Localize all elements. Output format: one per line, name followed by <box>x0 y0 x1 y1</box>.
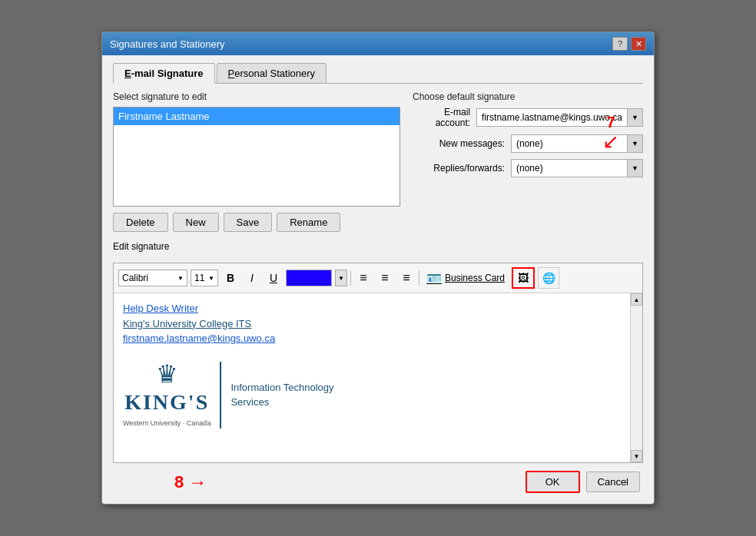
title-bar: Signatures and Stationery ? ✕ <box>102 32 654 55</box>
select-sig-label: Select signature to edit <box>113 91 400 102</box>
replies-forwards-row: Replies/forwards: (none) ▼ 7 ↙ <box>413 159 643 177</box>
picture-icon: 🖼 <box>518 272 529 284</box>
close-button[interactable]: ✕ <box>631 37 646 51</box>
font-color-arrow[interactable]: ▼ <box>335 270 347 286</box>
font-name-dropdown[interactable]: Calibri ▼ <box>118 270 187 286</box>
new-messages-arrow[interactable]: ▼ <box>627 135 642 152</box>
editor-toolbar: Calibri ▼ 11 ▼ B I U ▼ ≡ ≡ ≡ <box>114 263 642 293</box>
save-button[interactable]: Save <box>224 213 273 232</box>
scroll-up-button[interactable]: ▲ <box>631 293 642 306</box>
new-messages-row: New messages: (none) ▼ <box>413 134 643 153</box>
kings-logo: ♛ KING'S Western University · Canada Inf… <box>123 362 621 429</box>
kings-logo-right: Information TechnologyServices <box>221 380 333 410</box>
tab-email-signature[interactable]: E-mail Signature <box>113 63 215 84</box>
scroll-down-button[interactable]: ▼ <box>631 450 642 462</box>
dialog-title: Signatures and Stationery <box>110 38 225 50</box>
action-button-row: Delete New Save Rename <box>113 213 400 232</box>
insert-hyperlink-button[interactable]: 🌐 <box>538 267 559 289</box>
rename-button[interactable]: Rename <box>277 213 340 232</box>
italic-button[interactable]: I <box>243 270 261 286</box>
business-card-icon: 🪪 <box>426 271 442 286</box>
annotation-8: 8 → <box>174 471 207 493</box>
right-panel: Choose default signature E-mail account:… <box>413 91 643 232</box>
toolbar-separator2 <box>419 270 419 286</box>
email-account-row: E-mail account: firstname.lastname@kings… <box>413 107 643 128</box>
delete-button[interactable]: Delete <box>113 213 168 232</box>
signature-list[interactable]: Firstname Lastname <box>113 107 400 207</box>
dialog-body: E-mail Signature Personal Stationery Sel… <box>102 55 654 504</box>
email-account-value: firstname.lastname@kings.uwo.ca <box>477 111 627 124</box>
editor-area-wrapper: Help Desk Writer King's University Colle… <box>114 293 642 462</box>
kings-logo-subtitle: Western University · Canada <box>123 419 211 429</box>
signature-editor[interactable]: Help Desk Writer King's University Colle… <box>114 293 630 462</box>
replies-forwards-arrow[interactable]: ▼ 7 ↙ <box>627 160 642 177</box>
email-account-dropdown[interactable]: firstname.lastname@kings.uwo.ca ▼ <box>476 108 643 127</box>
list-item[interactable]: Firstname Lastname <box>114 108 400 125</box>
email-account-label: E-mail account: <box>413 107 470 128</box>
replies-forwards-label: Replies/forwards: <box>413 163 505 174</box>
kings-logo-left: ♛ KING'S Western University · Canada <box>123 362 221 429</box>
toolbar-separator <box>350 270 351 286</box>
align-center-button[interactable]: ≡ <box>376 270 394 286</box>
footer-row: 8 → OK Cancel <box>113 463 643 493</box>
ok-button[interactable]: OK <box>526 471 580 493</box>
business-card-button[interactable]: 🪪 Business Card <box>423 269 509 288</box>
new-button[interactable]: New <box>173 213 219 232</box>
editor-line3: firstname.lastname@kings.uwo.ca <box>123 331 621 346</box>
choose-default-label: Choose default signature <box>413 91 643 102</box>
font-color-box[interactable] <box>286 270 332 286</box>
editor-line2: King's University College ITS <box>123 316 621 332</box>
help-button[interactable]: ? <box>612 37 628 51</box>
new-messages-dropdown[interactable]: (none) ▼ <box>511 134 643 153</box>
edit-sig-label: Edit signature <box>113 241 643 252</box>
title-bar-controls: ? ✕ <box>612 37 646 51</box>
insert-picture-button[interactable]: 🖼 <box>512 267 535 289</box>
kings-logo-text: KING'S <box>124 386 209 419</box>
signatures-stationery-dialog: Signatures and Stationery ? ✕ E-mail Sig… <box>101 31 655 505</box>
hyperlink-icon: 🌐 <box>542 272 555 284</box>
main-content: Select signature to edit Firstname Lastn… <box>113 91 643 232</box>
replies-forwards-value: (none) <box>512 161 627 175</box>
tab-bar: E-mail Signature Personal Stationery <box>113 63 643 84</box>
tab-personal-stationery[interactable]: Personal Stationery <box>217 63 327 83</box>
edit-signature-section: Edit signature Calibri ▼ 11 ▼ B I U <box>113 241 643 463</box>
new-messages-label: New messages: <box>413 138 505 149</box>
edit-signature-editor: Calibri ▼ 11 ▼ B I U ▼ ≡ ≡ ≡ <box>113 263 643 463</box>
new-messages-value: (none) <box>512 137 627 151</box>
kings-crown-icon: ♛ <box>156 362 178 386</box>
font-size-dropdown[interactable]: 11 ▼ <box>191 270 218 286</box>
left-panel: Select signature to edit Firstname Lastn… <box>113 91 400 232</box>
default-signature-section: E-mail account: firstname.lastname@kings… <box>413 107 643 177</box>
cancel-button[interactable]: Cancel <box>586 471 640 492</box>
editor-scrollbar[interactable]: ▲ ▼ <box>630 293 642 462</box>
underline-button[interactable]: U <box>264 270 283 286</box>
editor-line1: Help Desk Writer <box>123 301 621 316</box>
align-left-button[interactable]: ≡ <box>354 270 373 286</box>
bold-button[interactable]: B <box>221 270 240 286</box>
align-right-button[interactable]: ≡ <box>397 270 416 286</box>
replies-forwards-dropdown[interactable]: (none) ▼ 7 ↙ <box>511 159 643 177</box>
email-account-arrow[interactable]: ▼ <box>627 109 642 126</box>
